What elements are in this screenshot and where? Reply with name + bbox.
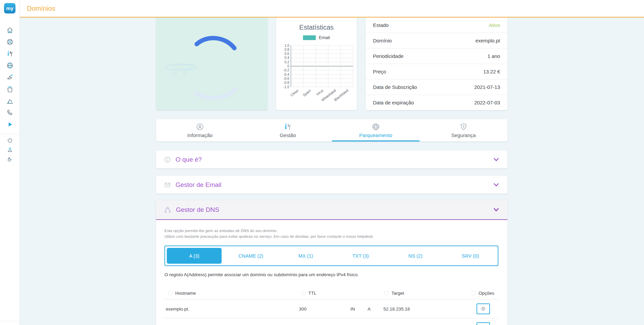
- detail-value: exemplo.pt: [476, 38, 500, 43]
- dotted-circle-icon: [168, 291, 173, 295]
- svg-text:-1.0: -1.0: [283, 85, 290, 89]
- tab-label: Gestão: [280, 132, 296, 138]
- gear-icon: ⚙: [481, 306, 485, 311]
- detail-label: Domínio: [373, 38, 392, 43]
- dotted-circle-icon: [471, 291, 476, 295]
- sidebar-item-migration-bird[interactable]: [0, 71, 20, 83]
- dns-description: Esta opção permite-lhe gerir as entradas…: [164, 228, 374, 239]
- sidebar-item-store-bag[interactable]: [0, 83, 20, 95]
- dns-manager-header[interactable]: Gestor de DNS: [156, 200, 507, 220]
- sidebar-item-billing[interactable]: $: [0, 154, 20, 164]
- envelope-icon: [164, 181, 171, 189]
- detail-label: Periodicidade: [373, 53, 404, 59]
- email-statistics-chart: 1.00.80.60.40.20-0.2-0.4-0.6-0.8-1.0Clea…: [276, 43, 357, 110]
- page-title: Domínios: [27, 0, 55, 17]
- record-options-button[interactable]: ⚙: [477, 303, 490, 314]
- detail-row: Data de Subscrição2021-07-13: [366, 79, 507, 95]
- tools-icon: [6, 50, 14, 58]
- record-tab-txt[interactable]: TXT (3): [333, 246, 388, 265]
- record-ttl: 300: [299, 306, 307, 311]
- dotted-circle-icon: [384, 291, 389, 295]
- record-type: A: [368, 306, 371, 311]
- record-options-button[interactable]: ⚙: [477, 322, 490, 325]
- detail-label: Preço: [373, 69, 386, 74]
- detail-value: 13.22 €: [483, 69, 500, 74]
- sidebar-item-globe[interactable]: [0, 60, 20, 71]
- sidebar-item-construction[interactable]: [0, 95, 20, 107]
- detail-row: Preço13.22 €: [366, 64, 507, 79]
- detail-label: Estado: [373, 22, 389, 28]
- domain-details-card: EstadoAtivoDomínioexemplo.ptPeriodicidad…: [366, 18, 507, 110]
- sidebar-item-tools[interactable]: [0, 48, 20, 60]
- svg-text:0.4: 0.4: [285, 56, 289, 60]
- tab-label: Informação: [187, 132, 213, 138]
- record-tab-cname[interactable]: CNAME (2): [223, 246, 278, 265]
- sidebar-item-power[interactable]: [0, 135, 20, 145]
- statistics-title: Estatísticas: [276, 24, 357, 31]
- column-header-opcoes: Opções: [471, 291, 494, 296]
- loading-illustration-card: [156, 18, 267, 110]
- tools-icon: [283, 122, 292, 131]
- section-tabs: InformaçãoGestãoParqueamentoSegurança: [156, 119, 507, 141]
- column-header-target: Target: [384, 291, 404, 296]
- svg-text:-0.8: -0.8: [283, 81, 290, 85]
- accordion-title: Gestor de DNS: [176, 206, 219, 214]
- sidebar-item-phone[interactable]: [0, 107, 20, 119]
- svg-text:0.6: 0.6: [285, 52, 289, 56]
- sidebar-item-support-lifebuoy[interactable]: [0, 36, 20, 48]
- tab-informacao[interactable]: Informação: [156, 119, 244, 141]
- header-accent-line: [20, 17, 644, 18]
- record-target: 52.18.235.18: [383, 306, 410, 311]
- column-header-hostname: Hostname: [168, 291, 196, 296]
- accordion-title: Gestor de Email: [176, 181, 221, 189]
- svg-text:Spam: Spam: [302, 88, 312, 97]
- sidebar-main-nav: [0, 24, 20, 130]
- app-logo[interactable]: my: [4, 3, 15, 13]
- sidebar-bottom-nav: $: [0, 135, 20, 164]
- tab-seguranca[interactable]: Segurança: [420, 119, 507, 141]
- record-tab-a[interactable]: A (3): [167, 248, 222, 264]
- detail-value: 1 ano: [487, 53, 500, 59]
- svg-text:-0.4: -0.4: [283, 73, 290, 76]
- globe-icon: [6, 62, 14, 69]
- accordion-what-is-it[interactable]: O que é?: [156, 151, 507, 168]
- record-hostname: exemplo.pt.: [166, 306, 189, 311]
- dns-record-row: exemplo.pt.300INA52.18.235.18⚙: [163, 299, 498, 318]
- record-class: IN: [350, 306, 355, 311]
- chevron-down-icon: [494, 158, 499, 161]
- detail-label: Data de expiração: [373, 100, 414, 105]
- chevron-down-icon: [494, 183, 499, 187]
- app-header: Domínios: [0, 0, 644, 17]
- shield-icon: [459, 122, 468, 131]
- dns-record-row: mail.exemplo.pt.300INA94.46.22.171⚙: [163, 318, 498, 325]
- sidebar-item-home[interactable]: [0, 24, 20, 36]
- chart-legend: Email: [276, 35, 357, 40]
- sidebar-divider: [0, 321, 19, 321]
- phone-icon: [6, 109, 14, 117]
- sidebar-item-play[interactable]: [0, 119, 20, 130]
- tab-gestao[interactable]: Gestão: [244, 119, 332, 141]
- dns-table-header: HostnameTTLTargetOpções: [163, 287, 498, 299]
- accordion-email-manager[interactable]: Gestor de Email: [156, 176, 507, 194]
- chevron-down-icon: [494, 208, 499, 212]
- accordion-title: O que é?: [176, 156, 202, 163]
- svg-text:$: $: [10, 159, 11, 161]
- tab-parqueamento[interactable]: Parqueamento: [332, 119, 420, 141]
- svg-text:-0.6: -0.6: [283, 77, 290, 80]
- detail-value: Ativo: [489, 22, 500, 28]
- info-contact-icon: [195, 122, 204, 131]
- user-icon: [7, 147, 13, 153]
- record-tab-mx[interactable]: MX (1): [278, 246, 333, 265]
- home-icon: [6, 26, 14, 34]
- legend-label: Email: [319, 35, 330, 40]
- migration-bird-icon: [6, 73, 14, 81]
- record-tab-srv[interactable]: SRV (0): [443, 246, 498, 265]
- accordion-dns-manager: Gestor de DNS Esta opção permite-lhe ger…: [156, 200, 507, 325]
- sidebar-divider: [0, 134, 19, 134]
- info-circle-icon: [164, 156, 171, 163]
- column-header-ttl: TTL: [301, 291, 316, 296]
- dns-description-line2: Utilize com bastante precaução para evit…: [164, 234, 374, 238]
- svg-text:-0.2: -0.2: [283, 68, 290, 72]
- sidebar-item-user[interactable]: [0, 145, 20, 154]
- record-tab-ns[interactable]: NS (2): [388, 246, 443, 265]
